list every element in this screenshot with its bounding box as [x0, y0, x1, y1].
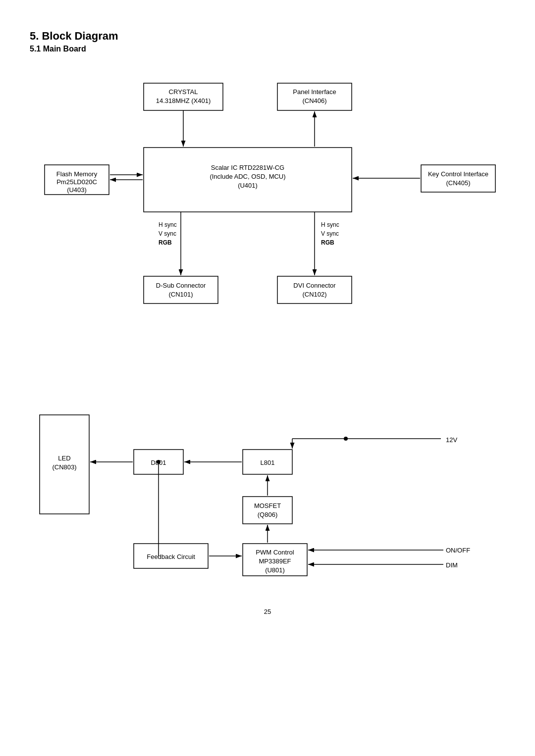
led-pwm-diagram: LED (CN803) D801 L801 MOSFET (Q806) Feed… — [30, 365, 505, 593]
mosfet-label-1: MOSFET — [254, 502, 281, 509]
hsync-left-label: H sync — [159, 221, 177, 228]
dvi-box — [277, 276, 352, 303]
pwm-label-2: MP3389EF — [259, 557, 291, 565]
panel-label-1: Panel Interface — [293, 88, 336, 96]
diagram1-svg: CRYSTAL 14.318MHZ (X401) Panel Interface… — [30, 68, 505, 346]
dsub-label-2: (CN101) — [168, 291, 193, 298]
section-subtitle: 5.1 Main Board — [30, 45, 505, 53]
main-board-diagram: CRYSTAL 14.318MHZ (X401) Panel Interface… — [30, 68, 505, 346]
flash-label-3: (U403) — [67, 186, 87, 194]
key-label-2: (CN405) — [446, 179, 470, 187]
scalar-label-3: (U401) — [238, 182, 258, 189]
rgb-right-label: RGB — [321, 239, 334, 246]
pwm-label-1: PWM Control — [256, 549, 294, 556]
crystal-label-1: CRYSTAL — [169, 88, 198, 96]
l801-label: L801 — [261, 459, 275, 466]
dsub-box — [144, 276, 218, 303]
led-label-2: (CN803) — [52, 463, 76, 471]
hsync-right-label: H sync — [321, 221, 339, 228]
rgb-left-label: RGB — [159, 239, 172, 246]
scalar-label-2: (Include ADC, OSD, MCU) — [210, 173, 285, 180]
page-number: 25 — [30, 608, 505, 615]
dvi-label-2: (CN102) — [302, 291, 326, 298]
led-label-1: LED — [58, 454, 70, 462]
crystal-label-2: 14.318MHZ (X401) — [156, 97, 211, 104]
feedback-label: Feedback Circuit — [147, 553, 195, 560]
dim-label: DIM — [446, 561, 458, 569]
pwm-label-3: (U801) — [265, 566, 285, 574]
vsync-left-label: V sync — [159, 230, 176, 237]
mosfet-box — [243, 497, 292, 524]
page: 5. Block Diagram 5.1 Main Board CRYSTAL … — [0, 0, 535, 756]
key-control-box — [421, 165, 495, 192]
mosfet-label-2: (Q806) — [258, 511, 277, 518]
dvi-label-1: DVI Connector — [293, 282, 336, 289]
scalar-label-1: Scalar IC RTD2281W-CG — [211, 164, 284, 171]
panel-label-2: (CN406) — [302, 97, 326, 104]
diagram-area: CRYSTAL 14.318MHZ (X401) Panel Interface… — [30, 68, 505, 593]
key-label-1: Key Control Interface — [428, 170, 488, 178]
dsub-label-1: D-Sub Connector — [156, 282, 206, 289]
flash-label-1: Flash Memory — [56, 170, 98, 178]
12v-label: 12V — [446, 436, 457, 444]
vsync-right-label: V sync — [321, 230, 339, 237]
flash-label-2: Pm25LD020C — [56, 178, 97, 186]
section-title: 5. Block Diagram — [30, 30, 505, 43]
diagram2-svg: LED (CN803) D801 L801 MOSFET (Q806) Feed… — [30, 365, 505, 593]
onoff-label: ON/OFF — [446, 547, 470, 554]
